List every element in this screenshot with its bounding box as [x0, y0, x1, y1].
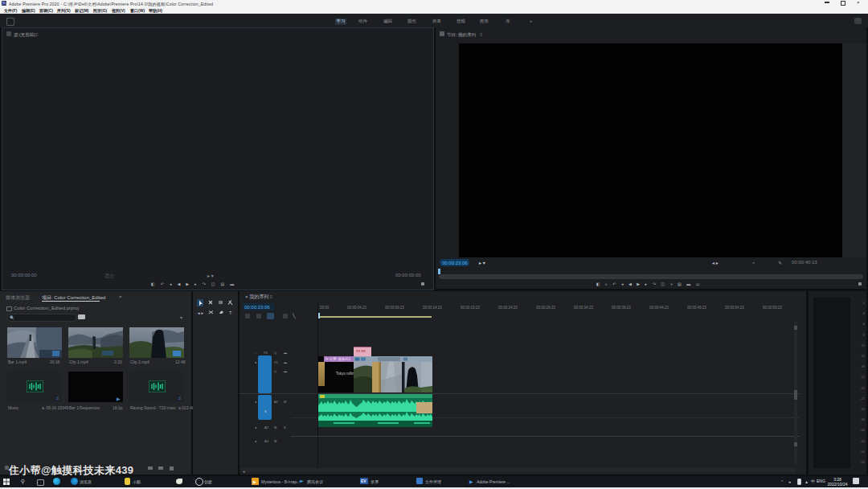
- svg-text:T: T: [229, 310, 232, 315]
- svg-text:◄►: ◄►: [197, 311, 204, 315]
